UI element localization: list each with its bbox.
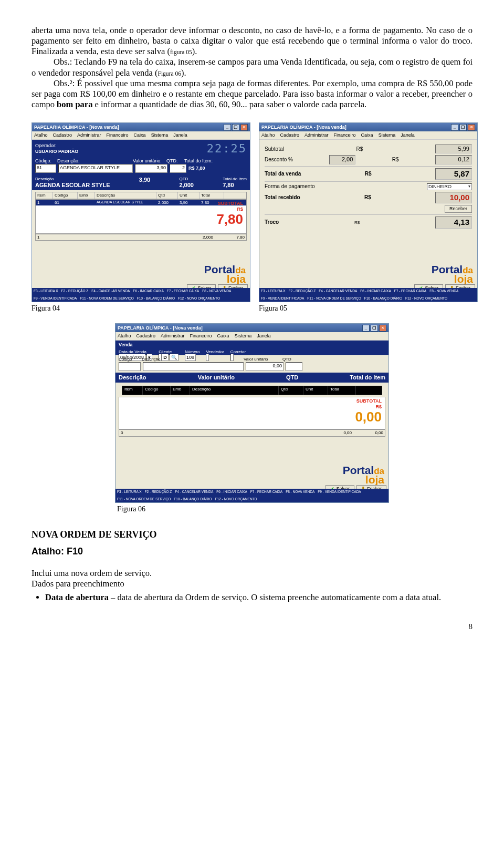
in-qtd[interactable]: 2 [170,164,186,173]
menu-atalho[interactable]: Atalho [261,132,275,138]
receber-button[interactable]: Receber [445,205,472,213]
big-desc-label: Descrição [35,177,110,182]
bullet-data-abertura: Data de abertura – data de abertura da O… [45,592,472,603]
rs: R$ [356,146,363,152]
troco-label: Troco [265,219,279,225]
portal-logo: Portaldaloja [204,265,246,284]
grid-header: Item Código Emb Descrição Qtd Unit Total [35,192,247,199]
rs: R$ [364,194,371,201]
valor-input[interactable]: 0,00 [246,362,284,371]
big-qtd-value: 2,000 [179,182,194,188]
big-tot-value: 7,80 [223,182,234,188]
close-button[interactable]: × [379,325,386,332]
rs: R$ [354,220,360,225]
menu-financeiro[interactable]: Financeiro [334,132,356,138]
window-title: PAPELARIA OLÍMPICA - [Nova venda] [34,125,119,130]
desconto-value: 0,12 [435,155,472,164]
menu-financeiro[interactable]: Financeiro [107,132,129,138]
col-total: Total do Item: [184,158,216,164]
rs: R$ [392,157,399,163]
minimize-button[interactable]: _ [362,325,370,332]
col-descricao: Descrição: [57,158,131,164]
window-title: PAPELARIA OLÍMPICA - [Nova venda] [261,125,346,130]
menu-cadastro[interactable]: Cadastro [53,132,72,138]
menu-sistema[interactable]: Sistema [151,132,169,138]
in-codigo[interactable]: 61 [35,164,56,173]
venda-header: Venda Data da Venda09/04/2008 ▾ Cliente … [116,341,388,355]
recebido-label: Total recebido [265,194,300,201]
paragraph-obs1: Obs.: Teclando F9 na tela do caixa, inse… [32,57,472,78]
atalho-line: Atalho: F10 [32,546,472,558]
menu-sistema[interactable]: Sistema [235,333,252,339]
big-tot-label: Total do Item [223,177,247,182]
operador-value: USUÁRIO PADRÃO [35,149,78,154]
minimize-button[interactable]: _ [224,124,231,131]
col-valor: Valor unitário: [133,158,164,164]
portal-logo: Portaldaloja [432,265,473,284]
portal-logo: Portaldaloja [343,466,384,485]
menu-caixa[interactable]: Caixa [361,132,373,138]
window-buttons: _ ▢ × [224,124,248,131]
menu-janela[interactable]: Janela [173,132,187,138]
menu-administrar[interactable]: Administrar [77,132,101,138]
screenshot-04: PAPELARIA OLÍMPICA - [Nova venda] _ ▢ × … [32,122,250,302]
menu-bar: Atalho Cadastro Administrar Financeiro C… [32,131,250,140]
menu-cadastro[interactable]: Cadastro [280,132,300,138]
menu-bar: Atalho Cadastro Administrar Financeiro C… [259,131,477,140]
descricao-input[interactable] [143,362,244,371]
screenshot-05: PAPELARIA OLÍMPICA - [Nova venda] _ ▢ × … [259,122,478,302]
col-qtd: QTD: [166,158,182,164]
big-desc-bar: Descrição AGENDA ESCOLAR STYLE 3,90 QTD … [32,175,250,190]
line-inclui: Inclui uma nova ordem de serviço. [32,568,472,579]
screenshot-06: PAPELARIA OLÍMPICA - [Nova venda] _ ▢ × … [115,323,389,503]
section-heading: NOVA ORDEM DE SERVIÇO [32,529,472,541]
big-unit: 3,90 [139,177,150,189]
maximize-button[interactable]: ▢ [232,124,239,131]
caption-04: Figura 04 [32,304,250,313]
top-blue-panel: Operador: USUÁRIO PADRÃO 22:25 Código: D… [32,140,250,175]
close-button[interactable]: × [468,124,475,131]
titlebar: PAPELARIA OLÍMPICA - [Nova venda] _ ▢ × [32,123,250,131]
codigo-input[interactable] [119,362,141,371]
window-title: PAPELARIA OLÍMPICA - [Nova venda] [118,325,203,331]
menu-financeiro[interactable]: Financeiro [190,333,212,339]
menu-atalho[interactable]: Atalho [34,132,48,138]
out-total: R$ 7,80 [188,166,220,171]
recebido-value[interactable]: 10,00 [435,192,472,203]
subtotal-label: Subtotal [265,146,284,152]
menu-caixa[interactable]: Caixa [134,132,146,138]
menu-administrar[interactable]: Administrar [161,333,185,339]
maximize-button[interactable]: ▢ [459,124,467,131]
figure-04: PAPELARIA OLÍMPICA - [Nova venda] _ ▢ × … [32,122,250,313]
menu-atalho[interactable]: Atalho [118,333,131,339]
big-desc-value: AGENDA ESCOLAR STYLE [35,182,110,188]
menu-administrar[interactable]: Administrar [304,132,329,138]
rs: R$ [365,171,372,177]
figure-06-row: PAPELARIA OLÍMPICA - [Nova venda] _ ▢ × … [32,318,472,513]
close-button[interactable]: × [240,124,248,131]
menu-cadastro[interactable]: Cadastro [136,333,156,339]
line-dados: Dados para preenchimento [32,579,472,589]
menu-janela[interactable]: Janela [257,333,271,339]
caption-05: Figura 05 [259,304,478,313]
titlebar: PAPELARIA OLÍMPICA - [Nova venda] _ ▢ × [259,123,477,131]
menu-caixa[interactable]: Caixa [217,333,229,339]
maximize-button[interactable]: ▢ [371,325,378,332]
minimize-button[interactable]: _ [451,124,458,131]
grid-body: SUBTOTALR$ 0,00 [119,397,385,429]
qtd-input[interactable] [286,362,302,371]
paragraph-intro: aberta uma nova tela, onde o operador de… [32,25,472,57]
in-valor[interactable]: 3,90 [135,164,167,173]
grid-body: 1 61 AGENDA ESCOLAR STYLE 2,000 3,90 7,8… [35,199,247,234]
subtotal-block: SUBTOTALR$ 7,80 [216,201,243,226]
desconto-pct[interactable]: 2,00 [329,155,355,164]
desconto-label: Desconto % [265,157,293,163]
in-descricao[interactable]: AGENDA ESCOLAR STYLE [58,164,133,173]
col-codigo: Código: [35,158,55,164]
menu-sistema[interactable]: Sistema [379,132,396,138]
fkeys-bar: F3 - LEITURA XF2 - REDUÇÃO ZF4 - CANCELA… [32,288,250,302]
menu-janela[interactable]: Janela [401,132,415,138]
troco-value: 4,13 [435,217,472,228]
forma-combo[interactable]: DINHEIRO [427,183,472,190]
big-bar: Descrição Valor unitário QTD Total do It… [116,373,388,383]
